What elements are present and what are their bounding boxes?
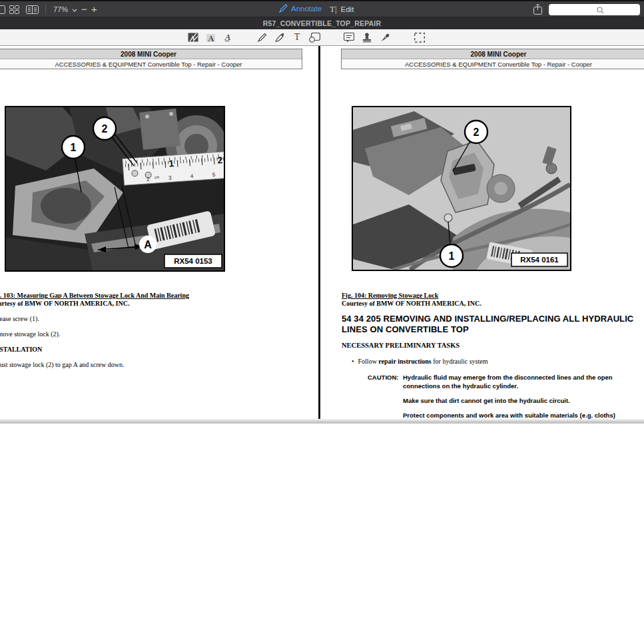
right-callout-2: 2	[474, 127, 480, 138]
preliminary-tasks-heading: NECESSARY PRELIMINARY TASKS	[342, 342, 460, 349]
page-gap-divider	[318, 46, 320, 419]
bullet-pre: Follow	[358, 358, 379, 365]
selection-icon[interactable]	[413, 31, 426, 44]
annotate-pen-icon	[279, 4, 288, 13]
toolbar-separator	[45, 5, 46, 14]
left-step-release: elease screw (1).	[0, 315, 39, 322]
sign-pen-icon[interactable]	[378, 31, 392, 44]
annotate-mode-button[interactable]: Annotate	[279, 4, 322, 13]
edit-mode-button[interactable]: T| Edit	[330, 4, 354, 15]
gap-label-a: A	[144, 239, 152, 250]
document-content[interactable]: 2008 MINI Cooper ACCESSORIES & EQUIPMENT…	[0, 46, 644, 419]
edit-label: Edit	[341, 5, 354, 13]
document-title: R57_CONVERTIBLE_TOP_REPAIR	[263, 19, 382, 27]
left-header-subtitle: ACCESSORIES & EQUIPMENT Convertible Top …	[0, 59, 302, 69]
annotation-toolbar: A A A̲ T	[0, 29, 644, 46]
section-heading-line1: 54 34 205 REMOVING AND INSTALLING/REPLAC…	[342, 314, 638, 324]
right-header-title: 2008 MINI Cooper	[342, 49, 644, 59]
search-input[interactable]	[549, 4, 640, 15]
svg-text:A: A	[208, 33, 214, 43]
ruler-inch-1: 1	[168, 158, 174, 169]
pencil-icon[interactable]	[256, 31, 269, 44]
redact-icon[interactable]: A	[186, 31, 200, 44]
caution-line-2: connections on the hydraulic cylinder.	[403, 382, 518, 390]
right-figure-illustration: 2 1 RX54 0161	[352, 106, 571, 271]
text-style-icon[interactable]: A̲	[221, 31, 234, 44]
section-heading: 54 34 205 REMOVING AND INSTALLING/REPLAC…	[342, 314, 638, 335]
left-step-remove: emove stowage lock (2).	[0, 330, 60, 338]
right-figure-courtesy: Courtesy of BMW OF NORTH AMERICA, INC.	[342, 300, 482, 307]
highlight-text-icon[interactable]: A	[204, 31, 217, 44]
caution-line-4: Protect components and work area with su…	[403, 412, 615, 419]
left-figure-ref: RX54 0153	[174, 257, 212, 265]
left-figure-courtesy: ourtesy of BMW OF NORTH AMERICA, INC.	[0, 300, 129, 307]
zoom-in-button[interactable]: +	[91, 3, 97, 15]
two-page-view-icon[interactable]	[26, 5, 39, 14]
note-icon[interactable]	[342, 31, 356, 44]
stamp-icon[interactable]	[360, 31, 374, 44]
sidebar-icon[interactable]	[0, 5, 5, 14]
main-toolbar: 77% − + Annotate T| Edit	[0, 0, 644, 17]
document-titlebar: R57_CONVERTIBLE_TOP_REPAIR	[0, 17, 644, 29]
ruler-inch-2: 2	[217, 155, 223, 166]
bullet-dot: •	[352, 358, 354, 365]
bullet-post: for hydraulic system	[432, 358, 488, 365]
shapes-icon[interactable]	[308, 31, 321, 44]
left-page-header: 2008 MINI Cooper ACCESSORIES & EQUIPMENT…	[0, 49, 302, 69]
left-callout-2: 2	[102, 123, 108, 135]
caution-label: CAUTION:	[368, 374, 398, 381]
caution-line-1: Hydraulic fluid may emerge from the disc…	[403, 374, 613, 381]
zoom-level-value: 77%	[53, 5, 68, 13]
svg-text:A: A	[190, 35, 195, 41]
grid-view-icon[interactable]	[9, 5, 19, 14]
left-installation-heading: NSTALLATION	[0, 346, 42, 353]
share-icon[interactable]	[533, 3, 542, 15]
left-header-title: 2008 MINI Cooper	[0, 49, 302, 59]
text-tool-icon[interactable]: T	[290, 31, 304, 44]
search-icon	[597, 7, 604, 14]
left-figure-photo: 1 2 2 cm 3 4 5 A 1	[5, 106, 225, 272]
zoom-level-dropdown[interactable]: 77%	[53, 5, 77, 13]
right-header-subtitle: ACCESSORIES & EQUIPMENT Convertible Top …	[342, 59, 644, 69]
bullet-item: •Follow repair instructions for hydrauli…	[352, 358, 487, 365]
annotate-label: Annotate	[291, 5, 322, 13]
ruler-cm-unit: cm	[155, 175, 160, 180]
caution-line-3: Make sure that dirt cannot get into the …	[403, 397, 570, 404]
zoom-out-button[interactable]: −	[81, 3, 87, 15]
left-figure-caption: ig. 103: Measuring Gap A Between Stowage…	[0, 292, 189, 299]
left-step-adjust: djust stowage lock (2) to gap A and scre…	[0, 361, 124, 368]
right-figure-caption: Fig. 104: Removing Stowage Lock	[342, 292, 438, 299]
pdf-viewer-window: 77% − + Annotate T| Edit R57_CONVERTIBLE…	[0, 0, 644, 424]
bullet-bold: repair instructions	[378, 358, 431, 365]
left-callout-1: 1	[71, 142, 77, 153]
section-heading-line2: LINES ON CONVERTIBLE TOP	[342, 324, 638, 335]
window-bottom-edge	[0, 419, 644, 424]
edit-text-icon: T|	[330, 4, 337, 15]
right-page-header: 2008 MINI Cooper ACCESSORIES & EQUIPMENT…	[341, 49, 644, 69]
marker-icon[interactable]	[273, 31, 286, 44]
chevron-down-icon	[72, 9, 77, 12]
right-figure-ref: RX54 0161	[520, 256, 559, 264]
right-callout-1: 1	[449, 250, 455, 262]
